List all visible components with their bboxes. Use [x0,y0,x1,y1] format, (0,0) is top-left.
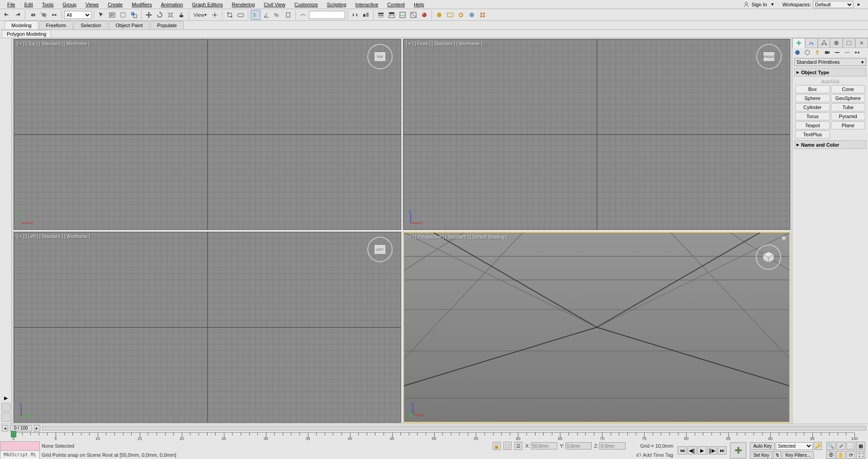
window-crossing-button[interactable] [129,10,139,20]
viewport-layout-button-2[interactable] [1,413,10,422]
zoom-extents-button[interactable]: ⬜ [846,442,855,450]
primitive-category-dropdown[interactable]: Standard Primitives▾ [794,58,866,66]
manipulate-button[interactable] [225,10,235,20]
material-editor-button[interactable] [419,10,429,20]
next-frame-button[interactable]: ‖▶ [707,446,716,454]
spinner-snap-button[interactable] [283,10,293,20]
lights-subtab[interactable] [813,49,821,56]
viewport-front[interactable]: [ + ] [ Front ] [ Standard ] [ Wireframe… [403,39,791,230]
snap-toggle-button[interactable]: 3 [251,10,261,20]
viewport-perspective-label[interactable]: [ + ] [ Perspective ] [ Standard ] [ Def… [407,234,508,239]
goto-start-button[interactable]: ⏮ [678,446,687,454]
keyboard-shortcut-button[interactable] [236,10,246,20]
menu-modifiers[interactable]: Modifiers [127,1,157,8]
menu-rendering[interactable]: Rendering [228,1,260,8]
render-in-cloud-button[interactable] [478,10,488,20]
key-filter-dropdown[interactable]: Selected [776,442,813,450]
goto-end-button[interactable]: ⏭ [717,446,726,454]
helpers-subtab[interactable] [833,49,841,56]
viewcube-front[interactable]: FRONT [755,43,783,70]
geometry-subtab[interactable] [793,49,802,56]
key-mode-icon[interactable]: 🔑 [814,442,822,450]
menu-help[interactable]: Help [409,1,429,8]
selection-lock-icon[interactable]: 🔒 [493,442,501,450]
placement-button[interactable] [176,10,186,20]
menu-edit[interactable]: Edit [20,1,38,8]
menu-interactive[interactable]: Interactive [351,1,383,8]
layer-explorer-button[interactable] [376,10,386,20]
spacewarps-subtab[interactable] [843,49,851,56]
time-slider-track[interactable] [42,426,866,430]
isolate-selection-icon[interactable]: ⬚ [503,442,512,450]
bind-button[interactable] [49,10,59,20]
align-button[interactable] [361,10,371,20]
object-type-rollout-header[interactable]: ▸Object Type [794,68,866,76]
menu-customize[interactable]: Customize [290,1,323,8]
ribbon-tab-freeform[interactable]: Freeform [39,21,73,29]
primitive-textplus-button[interactable]: TextPlus [795,130,830,139]
maximize-viewport-button[interactable]: ⛶ [856,451,865,459]
transform-z-input[interactable] [599,442,626,449]
ribbon-tab-selection[interactable]: Selection [74,21,108,29]
zoom-extents-all-button[interactable]: ▦ [856,442,865,450]
menu-file[interactable]: File [3,1,20,8]
rotate-button[interactable] [155,10,165,20]
zoom-button[interactable]: 🔍 [826,442,835,450]
selection-filter-dropdown[interactable]: All [64,11,91,19]
named-selection-input[interactable] [309,11,345,19]
mirror-button[interactable] [350,10,360,20]
key-filters-button[interactable]: Key Filters... [782,451,814,459]
frame-indicator[interactable]: 0 / 100 [10,425,32,431]
create-tab[interactable] [792,38,805,48]
cameras-subtab[interactable] [823,49,831,56]
redo-button[interactable] [13,10,23,20]
viewcube-top[interactable]: TOP [366,43,394,70]
timeline-ruler[interactable]: 0510152025303540455055606570758085909510… [14,432,854,441]
menu-group[interactable]: Group [58,1,81,8]
render-frame-button[interactable] [445,10,455,20]
hierarchy-tab[interactable] [818,38,830,48]
primitive-teapot-button[interactable]: Teapot [795,121,830,129]
edit-named-sel-button[interactable] [298,10,308,20]
scale-button[interactable] [166,10,175,20]
menu-scripting[interactable]: Scripting [323,1,351,8]
workspaces-dropdown[interactable]: Default [813,1,854,8]
schematic-view-button[interactable] [408,10,418,20]
viewport-top-label[interactable]: [ + ] [ Top ] [ Standard ] [ Wireframe ] [17,41,90,46]
display-tab[interactable] [843,38,855,48]
primitive-box-button[interactable]: Box [795,85,830,93]
curve-editor-button[interactable] [398,10,408,20]
undo-button[interactable] [2,10,12,20]
sign-in-button[interactable]: Sign In ▾ [740,1,779,8]
menu-tools[interactable]: Tools [38,1,58,8]
primitive-pyramid-button[interactable]: Pyramid [831,112,866,120]
systems-subtab[interactable] [853,49,861,56]
menu-civil-view[interactable]: Civil View [259,1,289,8]
fov-button[interactable]: ⦿ [826,451,835,459]
select-object-button[interactable] [96,10,106,20]
play-button[interactable]: ▶ [697,446,707,454]
select-region-button[interactable] [118,10,128,20]
menu-create[interactable]: Create [103,1,127,8]
angle-snap-button[interactable] [261,10,271,20]
scene-explorer-toggle[interactable]: ▶ [2,394,10,402]
ribbon-tab-object-paint[interactable]: Object Paint [109,21,150,29]
ribbon-sub-polygon-modeling[interactable]: Polygon Modeling [2,30,51,38]
selection-bracket-icon[interactable]: ☰ [514,442,522,450]
primitive-geosphere-button[interactable]: GeoSphere [831,94,866,102]
pan-button[interactable]: ✋ [836,451,845,459]
orbit-button[interactable]: ⟳ [846,451,855,459]
setkey-button[interactable]: Set Key [750,451,772,459]
viewcube-perspective[interactable] [755,244,782,271]
ref-coord-button[interactable]: View ▾ [191,10,209,20]
viewport-layout-button-1[interactable] [1,403,10,412]
transform-x-input[interactable] [531,442,557,449]
menu-views[interactable]: Views [81,1,103,8]
autokey-button[interactable]: Auto Key [750,442,775,450]
ribbon-tab-populate[interactable]: Populate [150,21,183,29]
autogrid-checkbox[interactable]: AutoGrid [795,78,865,85]
maxscript-listener[interactable]: MAXScript Mi [0,441,40,459]
primitive-tube-button[interactable]: Tube [831,103,866,111]
time-slider-right[interactable]: ▸ [34,425,40,431]
add-time-tag[interactable]: 🏷Add Time Tag [636,452,673,458]
